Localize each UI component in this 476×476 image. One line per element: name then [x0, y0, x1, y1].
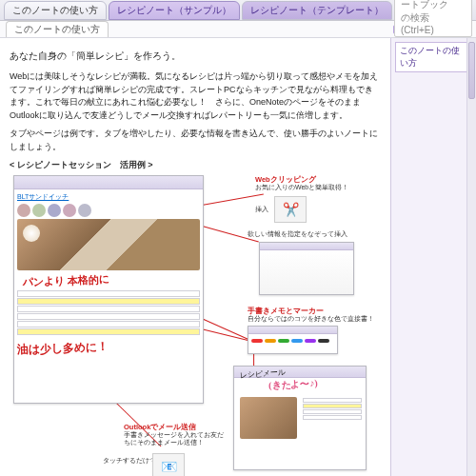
callout-webclip: Webクリッピング お気に入りのWebと簡単取得！: [255, 175, 348, 191]
notebook-tabs: このノートの使い方 レシピノート（サンプル） レシピノート（テンプレート） すべ…: [0, 0, 476, 21]
mail-icon: 📧: [152, 453, 185, 476]
paragraph-1: Webには美味しそうなレシピが満載。気になるレシピは片っ端から切り取って感想やメ…: [10, 70, 381, 122]
callout-touch: タッチするだけで: [103, 457, 156, 465]
handwriting-2: 油は少し多めに！: [17, 336, 200, 359]
page-list-item-1[interactable]: このノートの使い方: [395, 42, 472, 72]
insert-button-thumb: 挿入 ✂️: [255, 196, 307, 223]
callout-insert-note: 欲しい情報を指定をなぞって挿入: [248, 230, 347, 238]
tab-usage[interactable]: このノートの使い方: [4, 1, 107, 20]
section-tab-usage[interactable]: このノートの使い方: [6, 21, 109, 37]
recipe-title: BLTサンドイッチ: [17, 192, 200, 202]
callout-handwriting: 手書きメモとマーカー 自分ならではのコツを好きな色で直接書！: [248, 307, 374, 323]
tab-template[interactable]: レシピノート（テンプレート）: [242, 1, 392, 20]
screenshot-pen-toolbar: [248, 326, 338, 354]
handwriting-3: (きたよ〜♪): [268, 377, 318, 393]
paragraph-2: タブやページは例です。タブを増やしたり、必要な情報を書き込んで、使い勝手のよいノ…: [10, 128, 381, 153]
diagram: BLTサンドイッチ パンより 本格的に: [10, 175, 381, 476]
screenshot-outlook: レシピメール (きたよ〜♪): [233, 366, 367, 470]
page-heading: あなた自身の「簡単レシピ」を作ろう。: [10, 50, 381, 63]
tab-sample[interactable]: レシピノート（サンプル）: [109, 1, 240, 20]
marker-swatches: [251, 339, 334, 343]
screenshot-onenote-main: BLTサンドイッチ パンより 本格的に: [13, 175, 204, 404]
mail-icon-thumb: 📧: [152, 453, 185, 476]
scrollbar-thumb[interactable]: [468, 42, 475, 99]
page-list: このノートの使い方: [390, 38, 476, 476]
callout-outlook: Outlookでメール送信 手書きメッセージを入れてお友だちにそのままメール送信…: [124, 423, 228, 447]
insert-icon: ✂️: [274, 196, 307, 223]
screenshot-browser-thumb: [259, 242, 354, 295]
search-input[interactable]: すべてのノートブックの検索 (Ctrl+E): [394, 0, 472, 37]
section-title: < レシピノートセッション 活用例 >: [10, 159, 381, 171]
recipe-photo: [17, 219, 200, 270]
handwriting-1: パンより 本格的に: [23, 269, 200, 289]
scrollbar[interactable]: [466, 38, 476, 476]
page-content: あなた自身の「簡単レシピ」を作ろう。 Webには美味しそうなレシピが満載。気にな…: [0, 38, 390, 476]
